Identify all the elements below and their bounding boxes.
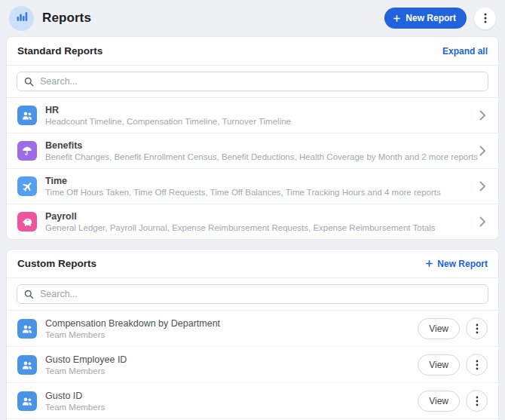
kebab-icon <box>476 323 479 334</box>
view-button[interactable]: View <box>418 318 460 339</box>
category-description: Headcount Timeline, Compensation Timelin… <box>45 117 479 126</box>
category-name: Benefits <box>45 140 479 151</box>
category-description: Benefit Changes, Benefit Enrollment Cens… <box>45 152 479 161</box>
kebab-icon <box>476 360 479 370</box>
custom-search-wrap <box>7 278 498 311</box>
standard-report-row[interactable]: Payroll General Ledger, Payroll Journal,… <box>7 204 498 239</box>
airplane-icon <box>17 176 37 196</box>
custom-search-box <box>17 284 488 304</box>
standard-reports-list: HR Headcount Timeline, Compensation Time… <box>7 98 498 239</box>
row-more-options-button[interactable] <box>466 390 488 412</box>
standard-search-input[interactable] <box>40 76 481 87</box>
category-description: General Ledger, Payroll Journal, Expense… <box>45 223 479 232</box>
standard-report-row[interactable]: Benefits Benefit Changes, Benefit Enroll… <box>7 133 498 169</box>
standard-reports-header: Standard Reports Expand all <box>7 37 498 66</box>
custom-report-row[interactable]: Compensation Breakdown by Department Tea… <box>7 311 498 347</box>
custom-reports-header: Custom Reports New Report <box>7 250 498 278</box>
chevron-right-icon <box>479 146 486 156</box>
report-name: Compensation Breakdown by Department <box>45 318 418 329</box>
standard-reports-card: Standard Reports Expand all HR Headcount… <box>6 36 499 240</box>
bar-chart-icon <box>16 11 28 26</box>
row-more-options-button[interactable] <box>466 354 488 376</box>
chevron-right-icon <box>479 181 486 192</box>
report-name: Gusto ID <box>45 391 418 401</box>
new-report-label: New Report <box>406 13 456 23</box>
search-icon <box>24 77 34 87</box>
category-name: Payroll <box>45 211 479 222</box>
search-icon <box>24 290 34 299</box>
report-subtitle: Team Members <box>45 366 418 376</box>
report-name: Gusto Employee ID <box>45 354 418 365</box>
view-button[interactable]: View <box>418 354 460 376</box>
people-icon <box>17 391 37 411</box>
custom-report-row[interactable]: Gusto ID Team Members View <box>7 383 498 419</box>
expand-all-link[interactable]: Expand all <box>442 46 488 57</box>
report-subtitle: Team Members <box>45 330 418 339</box>
umbrella-icon <box>17 141 37 161</box>
standard-report-row[interactable]: Time Time Off Hours Taken, Time Off Requ… <box>7 169 498 204</box>
standard-report-row[interactable]: HR Headcount Timeline, Compensation Time… <box>7 98 498 133</box>
category-name: HR <box>45 105 479 115</box>
people-icon <box>17 319 37 339</box>
category-description: Time Off Hours Taken, Time Off Requests,… <box>45 188 479 197</box>
custom-reports-title: Custom Reports <box>17 258 96 269</box>
custom-new-report-link[interactable]: New Report <box>425 259 488 269</box>
standard-search-box <box>17 72 488 91</box>
view-button[interactable]: View <box>418 391 460 412</box>
custom-report-row[interactable]: Gusto Employee ID Team Members View <box>7 347 498 383</box>
standard-search-wrap <box>7 66 498 98</box>
people-icon <box>17 106 37 125</box>
page-header: Reports New Report <box>0 0 505 36</box>
row-more-options-button[interactable] <box>466 317 488 339</box>
page-title: Reports <box>42 11 91 26</box>
chevron-right-icon <box>479 110 486 121</box>
people-icon <box>17 355 37 375</box>
chevron-right-icon <box>479 216 486 227</box>
plus-icon <box>393 14 401 23</box>
header-more-options-button[interactable] <box>474 8 496 29</box>
category-name: Time <box>45 176 479 186</box>
plus-icon <box>425 259 433 268</box>
custom-search-input[interactable] <box>40 289 481 299</box>
custom-reports-list: Compensation Breakdown by Department Tea… <box>7 311 498 420</box>
kebab-icon <box>476 396 479 406</box>
report-subtitle: Team Members <box>45 403 418 412</box>
piggy-bank-icon <box>17 212 37 231</box>
new-report-button[interactable]: New Report <box>384 8 467 29</box>
kebab-icon <box>484 13 487 23</box>
custom-new-report-label: New Report <box>437 259 488 269</box>
reports-logo <box>9 6 34 31</box>
standard-reports-title: Standard Reports <box>17 45 103 57</box>
custom-reports-card: Custom Reports New Report Compensation B… <box>6 249 499 420</box>
